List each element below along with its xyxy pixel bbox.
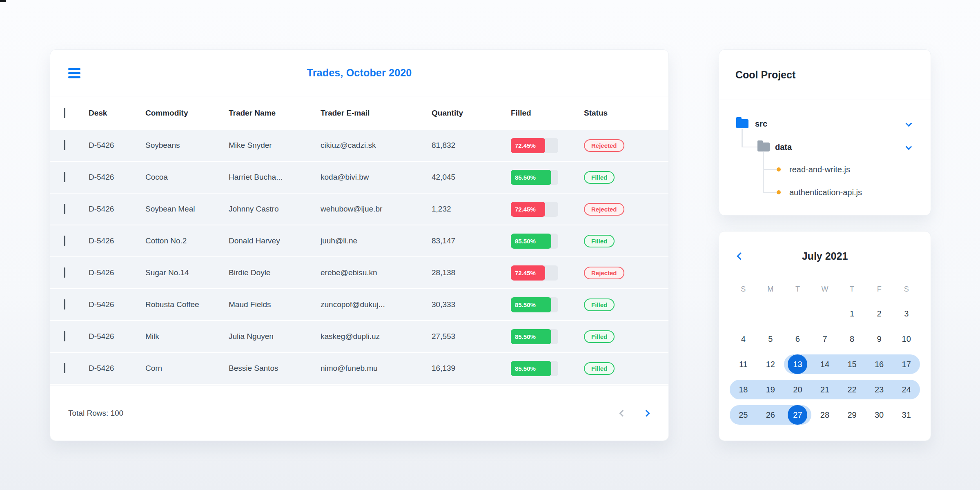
- calendar-day[interactable]: 3: [893, 301, 920, 326]
- calendar-day[interactable]: 25: [730, 402, 757, 428]
- calendar-day[interactable]: 22: [838, 377, 866, 402]
- calendar-day[interactable]: 8: [838, 326, 866, 352]
- filled-bar-fill: 85.50%: [511, 297, 551, 312]
- table-row: D-5426 Sugar No.14 Birdie Doyle erebe@eb…: [50, 257, 668, 289]
- status-badge: Rejected: [584, 139, 624, 152]
- cell-commodity: Soybeans: [145, 141, 229, 150]
- calendar-header: July 2021: [719, 232, 931, 277]
- day-number: 31: [902, 410, 911, 420]
- table-row: D-5426 Cocoa Harriet Bucha... koda@bivi.…: [50, 162, 668, 194]
- row-checkbox[interactable]: [64, 236, 65, 246]
- filled-progress-bar: 85.50%: [511, 361, 558, 376]
- calendar-day[interactable]: 4: [730, 326, 757, 352]
- tree-item-file[interactable]: read-and-write.js: [789, 165, 850, 174]
- calendar-day[interactable]: 31: [893, 402, 920, 428]
- day-number: 29: [847, 410, 856, 420]
- row-checkbox[interactable]: [64, 331, 65, 341]
- calendar-day[interactable]: 30: [866, 402, 893, 428]
- calendar-day[interactable]: 23: [866, 377, 893, 402]
- calendar-day[interactable]: 19: [757, 377, 784, 402]
- calendar-day[interactable]: 11: [730, 352, 757, 377]
- folder-icon-src[interactable]: [736, 119, 748, 128]
- day-number: 11: [739, 360, 748, 369]
- calendar-day[interactable]: 21: [811, 377, 839, 402]
- tree-item-data[interactable]: data: [775, 143, 792, 152]
- cell-commodity: Milk: [145, 332, 229, 341]
- cell-commodity: Cotton No.2: [145, 236, 229, 245]
- day-number: 23: [875, 385, 884, 394]
- calendar-day[interactable]: 17: [893, 352, 920, 377]
- weekday-label: T: [784, 277, 811, 301]
- calendar-day[interactable]: 29: [838, 402, 866, 428]
- calendar-day[interactable]: 12: [757, 352, 784, 377]
- status-badge: Filled: [584, 171, 615, 184]
- calendar-day[interactable]: 5: [757, 326, 784, 352]
- calendar-grid: SMTWTFS123456789101112131415161718192021…: [730, 277, 920, 428]
- calendar-day[interactable]: 27: [784, 402, 811, 428]
- file-tree: src data read-and-write.js authenticatio…: [719, 100, 931, 215]
- calendar-day[interactable]: 18: [730, 377, 757, 402]
- calendar-day[interactable]: 20: [784, 377, 811, 402]
- calendar-day-empty: [811, 301, 839, 326]
- day-number: 8: [850, 334, 854, 344]
- row-checkbox[interactable]: [64, 172, 65, 182]
- calendar-day[interactable]: 14: [811, 352, 839, 377]
- row-checkbox[interactable]: [64, 204, 65, 214]
- calendar-day[interactable]: 26: [757, 402, 784, 428]
- next-page-icon[interactable]: [643, 410, 650, 416]
- calendar-day[interactable]: 10: [893, 326, 920, 352]
- day-number: 14: [820, 360, 829, 369]
- filled-progress-bar: 72.45%: [511, 138, 558, 153]
- row-checkbox[interactable]: [64, 363, 65, 373]
- cell-desk: D-5426: [89, 332, 145, 341]
- cell-commodity: Robusta Coffee: [145, 300, 229, 309]
- filled-progress-bar: 72.45%: [511, 202, 558, 217]
- calendar-day[interactable]: 7: [811, 326, 839, 352]
- day-number: 20: [793, 385, 802, 394]
- chevron-down-icon[interactable]: [906, 120, 912, 127]
- row-checkbox[interactable]: [64, 267, 65, 278]
- calendar-day[interactable]: 13: [784, 352, 811, 377]
- column-header-commodity: Commodity: [145, 109, 229, 118]
- cell-trader: Maud Fields: [229, 300, 321, 309]
- day-number: 25: [739, 410, 748, 420]
- cell-commodity: Sugar No.14: [145, 268, 229, 277]
- folder-icon-data[interactable]: [757, 143, 770, 151]
- chevron-down-icon[interactable]: [906, 144, 912, 150]
- table-row: D-5426 Cotton No.2 Donald Harvey juuh@li…: [50, 225, 668, 257]
- calendar-day[interactable]: 24: [893, 377, 920, 402]
- filled-bar-fill: 85.50%: [511, 361, 551, 376]
- cell-trader: Johnny Castro: [229, 205, 321, 214]
- file-dot-icon: [777, 190, 781, 194]
- tree-item-file[interactable]: authentication-api.js: [789, 188, 862, 197]
- calendar-day[interactable]: 1: [838, 301, 866, 326]
- day-number: 4: [741, 334, 746, 344]
- status-badge: Rejected: [584, 267, 624, 279]
- filled-bar-fill: 72.45%: [511, 202, 545, 217]
- cell-trader: Donald Harvey: [229, 236, 321, 245]
- filled-bar-fill: 85.50%: [511, 329, 551, 344]
- select-all-checkbox[interactable]: [64, 108, 65, 118]
- row-checkbox[interactable]: [64, 140, 65, 150]
- menu-icon[interactable]: [68, 68, 80, 78]
- day-number: 9: [877, 334, 882, 344]
- calendar-day[interactable]: 6: [784, 326, 811, 352]
- table-row: D-5426 Soybean Meal Johnny Castro wehubo…: [50, 194, 668, 225]
- calendar-day[interactable]: 9: [866, 326, 893, 352]
- calendar-day[interactable]: 2: [866, 301, 893, 326]
- weekday-label: S: [893, 277, 920, 301]
- previous-page-icon[interactable]: [619, 410, 626, 416]
- day-number: 26: [766, 410, 775, 420]
- calendar-day[interactable]: 28: [811, 402, 839, 428]
- calendar-day[interactable]: 16: [866, 352, 893, 377]
- tree-item-src[interactable]: src: [755, 119, 767, 129]
- tree-connector: [763, 152, 764, 193]
- cell-quantity: 42,045: [432, 173, 511, 182]
- cell-desk: D-5426: [89, 173, 145, 182]
- cell-desk: D-5426: [89, 236, 145, 245]
- calendar-day[interactable]: 15: [838, 352, 866, 377]
- column-header-status: Status: [584, 109, 668, 118]
- corner-artifact: [0, 0, 6, 2]
- column-header-trader: Trader Name: [229, 109, 321, 118]
- row-checkbox[interactable]: [64, 299, 65, 310]
